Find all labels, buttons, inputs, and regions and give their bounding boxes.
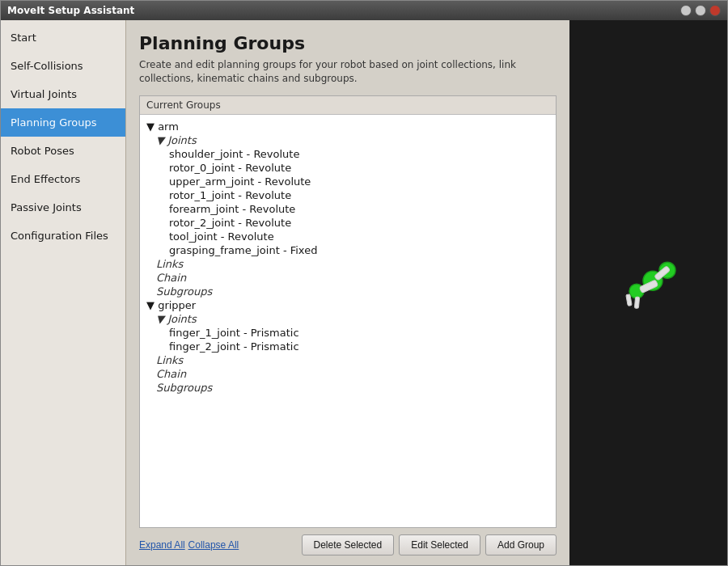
category-arm-chain[interactable]: Chain bbox=[143, 271, 552, 285]
category-gripper-links[interactable]: Links bbox=[143, 353, 552, 367]
joint-finger1: finger_1_joint - Prismatic bbox=[143, 326, 552, 340]
maximize-button[interactable] bbox=[695, 5, 706, 16]
expand-collapse-links: Expand All Collapse All bbox=[139, 539, 239, 551]
group-gripper[interactable]: ▼ gripper bbox=[143, 298, 552, 312]
sidebar-item-robot-poses[interactable]: Robot Poses bbox=[1, 137, 125, 165]
sidebar-item-start[interactable]: Start bbox=[1, 23, 125, 52]
svg-rect-6 bbox=[634, 297, 639, 308]
sidebar-item-planning-groups[interactable]: Planning Groups bbox=[1, 108, 125, 137]
joint-rotor0: rotor_0_joint - Revolute bbox=[143, 161, 552, 175]
joint-rotor2: rotor_2_joint - Revolute bbox=[143, 216, 552, 230]
sidebar-item-end-effectors[interactable]: End Effectors bbox=[1, 165, 125, 193]
sidebar: Start Self-Collisions Virtual Joints Pla… bbox=[1, 20, 126, 565]
titlebar: MoveIt Setup Assistant bbox=[1, 1, 727, 20]
expand-all-button[interactable]: Expand All bbox=[139, 539, 185, 551]
action-buttons: Delete Selected Edit Selected Add Group bbox=[302, 534, 557, 555]
main-panel: Planning Groups Create and edit planning… bbox=[126, 20, 569, 565]
arrow-arm-joints: ▼ bbox=[156, 134, 164, 146]
sidebar-item-configuration-files[interactable]: Configuration Files bbox=[1, 222, 125, 250]
groups-tree[interactable]: Current Groups ▼ arm ▼ Joints shoulder_j… bbox=[139, 95, 557, 528]
joint-grasping-frame: grasping_frame_joint - Fixed bbox=[143, 243, 552, 257]
robot-visualization bbox=[612, 252, 685, 319]
minimize-button[interactable] bbox=[680, 5, 692, 16]
joint-shoulder: shoulder_joint - Revolute bbox=[143, 147, 552, 161]
arrow-gripper-joints: ▼ bbox=[156, 313, 164, 325]
category-arm-joints[interactable]: ▼ Joints bbox=[143, 133, 552, 147]
category-gripper-chain[interactable]: Chain bbox=[143, 367, 552, 381]
window-controls bbox=[680, 5, 721, 16]
tree-header: Current Groups bbox=[140, 96, 556, 115]
add-group-button[interactable]: Add Group bbox=[485, 534, 557, 555]
main-window: MoveIt Setup Assistant Start Self-Collis… bbox=[0, 0, 728, 566]
sidebar-item-passive-joints[interactable]: Passive Joints bbox=[1, 193, 125, 222]
joint-forearm: forearm_joint - Revolute bbox=[143, 202, 552, 216]
arrow-arm: ▼ bbox=[146, 120, 154, 133]
page-description: Create and edit planning groups for your… bbox=[139, 58, 557, 86]
group-arm[interactable]: ▼ arm bbox=[143, 120, 552, 133]
page-title: Planning Groups bbox=[139, 33, 557, 53]
collapse-all-button[interactable]: Collapse All bbox=[188, 539, 239, 551]
sidebar-item-virtual-joints[interactable]: Virtual Joints bbox=[1, 80, 125, 108]
joint-finger2: finger_2_joint - Prismatic bbox=[143, 340, 552, 353]
category-arm-links[interactable]: Links bbox=[143, 257, 552, 271]
content-area: Start Self-Collisions Virtual Joints Pla… bbox=[1, 20, 727, 565]
joint-upper-arm: upper_arm_joint - Revolute bbox=[143, 175, 552, 188]
delete-selected-button[interactable]: Delete Selected bbox=[302, 534, 395, 555]
category-gripper-subgroups[interactable]: Subgroups bbox=[143, 381, 552, 395]
robot-panel bbox=[569, 20, 727, 565]
sidebar-item-self-collisions[interactable]: Self-Collisions bbox=[1, 52, 125, 80]
bottom-bar: Expand All Collapse All Delete Selected … bbox=[139, 528, 557, 559]
edit-selected-button[interactable]: Edit Selected bbox=[399, 534, 480, 555]
close-button[interactable] bbox=[709, 5, 721, 16]
joint-rotor1: rotor_1_joint - Revolute bbox=[143, 188, 552, 202]
arrow-gripper: ▼ bbox=[146, 299, 154, 311]
category-arm-subgroups[interactable]: Subgroups bbox=[143, 285, 552, 298]
joint-tool: tool_joint - Revolute bbox=[143, 230, 552, 243]
category-gripper-joints[interactable]: ▼ Joints bbox=[143, 312, 552, 326]
window-title: MoveIt Setup Assistant bbox=[7, 5, 134, 16]
